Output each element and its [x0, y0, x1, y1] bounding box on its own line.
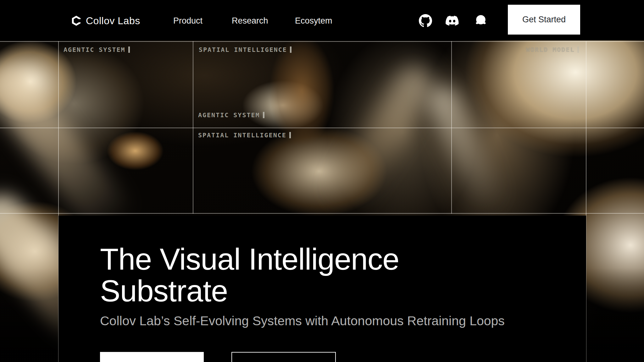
overlay-label-text: SPATIAL INTELLIGENCE	[198, 131, 286, 139]
nav-link-product[interactable]: Product	[173, 16, 203, 26]
brand-name: Collov Labs	[86, 15, 140, 27]
huggingface-icon[interactable]	[474, 14, 487, 27]
overlay-label-text: SPATIAL INTELLIGENCE	[199, 46, 287, 53]
hero-secondary-button[interactable]	[231, 352, 336, 362]
text-cursor	[289, 132, 291, 138]
text-cursor	[577, 47, 579, 53]
hero-primary-button[interactable]	[100, 352, 204, 362]
grid-line-vertical	[193, 41, 193, 214]
overlay-label-world-model: WORLD MODEL	[526, 47, 579, 53]
nav-link-research[interactable]: Research	[232, 16, 268, 26]
github-icon[interactable]	[419, 14, 432, 27]
grid-line-horizontal	[0, 41, 644, 42]
text-cursor	[128, 47, 130, 53]
grid-line-horizontal	[0, 128, 644, 128]
collov-labs-logo-icon	[71, 15, 82, 27]
hero-subtitle: Collov Lab’s Self-Evolving Systems with …	[100, 313, 505, 329]
grid-line-vertical	[451, 41, 452, 214]
overlay-label-spatial-intelligence: SPATIAL INTELLIGENCE	[199, 47, 291, 53]
brand-logo[interactable]: Collov Labs	[71, 13, 140, 29]
text-cursor	[290, 47, 291, 53]
landing-page: AGENTIC SYSTEM SPATIAL INTELLIGENCE WORL…	[0, 0, 644, 362]
top-nav: Collov Labs Product Research Ecosytem Ge…	[0, 0, 644, 41]
overlay-label-text: AGENTIC SYSTEM	[64, 46, 125, 53]
discord-icon[interactable]	[446, 14, 459, 27]
page-title: The Visual Intelligence Substrate	[100, 243, 399, 307]
overlay-label-agentic-system: AGENTIC SYSTEM	[64, 47, 130, 53]
text-cursor	[263, 112, 264, 118]
hero-buttons-row	[100, 352, 336, 362]
page-title-line1: The Visual Intelligence	[100, 243, 399, 275]
overlay-label-text: AGENTIC SYSTEM	[198, 111, 260, 119]
get-started-button[interactable]: Get Started	[508, 5, 580, 35]
overlay-label-spatial-intelligence: SPATIAL INTELLIGENCE	[198, 132, 291, 138]
page-title-line2: Substrate	[100, 275, 399, 307]
overlay-label-text: WORLD MODEL	[526, 46, 575, 53]
overlay-label-agentic-system: AGENTIC SYSTEM	[198, 112, 264, 118]
grid-line-horizontal	[0, 213, 644, 214]
hero-panel: The Visual Intelligence Substrate Collov…	[58, 216, 586, 362]
nav-link-ecosytem[interactable]: Ecosytem	[295, 16, 332, 26]
